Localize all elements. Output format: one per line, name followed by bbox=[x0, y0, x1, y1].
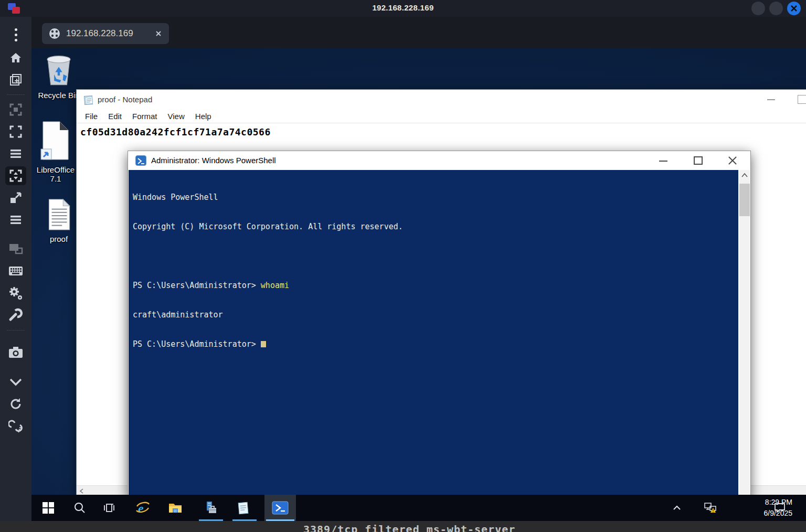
scroll-up-arrow-icon bbox=[741, 173, 748, 177]
console-command: whoami bbox=[261, 281, 289, 290]
scaled-mode-button[interactable] bbox=[5, 166, 26, 185]
console-command-line: PS C:\Users\Administrator> whoami bbox=[133, 280, 738, 291]
scroll-left-arrow-icon bbox=[79, 488, 84, 494]
home-button[interactable] bbox=[5, 48, 26, 67]
tools-button[interactable] bbox=[5, 306, 26, 325]
console-prompt: PS C:\Users\Administrator> bbox=[133, 281, 261, 290]
desktop-icon-label: proof bbox=[45, 235, 72, 243]
powershell-taskbar-icon bbox=[272, 501, 289, 515]
desktop-icon-recycle-bin[interactable]: Recycle Bin bbox=[40, 52, 78, 100]
console-prompt: PS C:\Users\Administrator> bbox=[133, 339, 261, 349]
screenshot-button[interactable] bbox=[5, 343, 26, 362]
connection-tab[interactable]: 192.168.228.169 bbox=[42, 23, 169, 44]
server-manager-icon bbox=[203, 501, 217, 515]
desktop-icon-libreoffice[interactable]: LibreOffice 7.1 bbox=[39, 120, 72, 183]
scrollbar-thumb[interactable] bbox=[739, 184, 750, 216]
connection-tabbar: 192.168.228.169 bbox=[31, 17, 806, 48]
notepad-icon bbox=[83, 94, 94, 105]
toolbar-divider bbox=[7, 94, 25, 95]
taskbar-powershell-button[interactable] bbox=[264, 495, 296, 521]
notepad-minimize-button[interactable] bbox=[767, 99, 775, 100]
fullscreen-expand-button[interactable] bbox=[5, 188, 26, 207]
menu-view[interactable]: View bbox=[163, 112, 190, 121]
folder-icon bbox=[168, 502, 183, 514]
collapse-toolbar-button[interactable] bbox=[5, 373, 26, 391]
menu-lines-button[interactable] bbox=[5, 144, 26, 163]
windows-taskbar: e bbox=[31, 495, 806, 521]
windows-logo-icon bbox=[43, 502, 54, 514]
desktop-icon-proof[interactable]: proof bbox=[45, 198, 72, 243]
powershell-vertical-scrollbar[interactable] bbox=[739, 170, 750, 498]
action-center-button[interactable] bbox=[768, 495, 791, 521]
powershell-maximize-button[interactable] bbox=[694, 156, 703, 165]
powershell-console[interactable]: Windows PowerShell Copyright (C) Microso… bbox=[129, 170, 738, 498]
file-explorer-button[interactable] bbox=[164, 495, 187, 521]
refresh-button[interactable] bbox=[5, 395, 26, 413]
libreoffice-icon bbox=[39, 120, 72, 162]
network-status-button[interactable] bbox=[699, 495, 722, 521]
keyboard-button[interactable] bbox=[5, 262, 26, 281]
app-titlebar[interactable]: 192.168.228.169 bbox=[0, 0, 806, 17]
tab-label: 192.168.228.169 bbox=[66, 28, 149, 39]
powershell-close-button[interactable] bbox=[728, 156, 737, 165]
host-close-button[interactable] bbox=[787, 2, 801, 15]
console-banner-line: Windows PowerShell bbox=[133, 192, 738, 203]
host-terminal-text: 3389/tcp filtered ms-wbt-server bbox=[303, 523, 515, 532]
task-view-icon bbox=[103, 502, 115, 514]
task-view-button[interactable] bbox=[98, 495, 121, 521]
powershell-minimize-button[interactable] bbox=[659, 161, 667, 162]
host-maximize-button[interactable] bbox=[769, 2, 783, 15]
console-cursor bbox=[261, 341, 266, 347]
server-manager-button[interactable] bbox=[198, 495, 221, 521]
console-output-line: craft\administrator bbox=[133, 310, 738, 320]
internet-explorer-button[interactable]: e bbox=[131, 495, 154, 521]
powershell-window-title: Administrator: Windows PowerShell bbox=[151, 156, 276, 165]
chevron-up-icon bbox=[673, 505, 681, 510]
notepad-maximize-button[interactable] bbox=[798, 95, 806, 104]
recycle-bin-icon bbox=[43, 52, 75, 87]
menu-file[interactable]: File bbox=[80, 112, 103, 121]
kebab-menu-icon[interactable] bbox=[6, 25, 25, 44]
text-document-icon bbox=[46, 198, 72, 231]
show-hidden-icons-button[interactable] bbox=[667, 495, 686, 521]
menu-lines-button-2[interactable] bbox=[5, 210, 26, 229]
multi-monitor-button[interactable] bbox=[5, 240, 26, 259]
notepad-titlebar[interactable]: proof - Notepad bbox=[77, 90, 806, 110]
start-button[interactable] bbox=[36, 495, 61, 521]
toolbar-divider bbox=[7, 330, 25, 331]
new-connection-button[interactable] bbox=[5, 70, 26, 89]
disconnect-button[interactable] bbox=[5, 417, 26, 435]
menu-help[interactable]: Help bbox=[190, 112, 217, 121]
notepad-text-content[interactable]: cf05d31d80a242fcf1cf71a7a74c0566 bbox=[77, 123, 806, 137]
close-icon bbox=[790, 5, 798, 12]
fit-window-button[interactable] bbox=[5, 122, 26, 141]
console-copyright-line: Copyright (C) Microsoft Corporation. All… bbox=[133, 221, 738, 232]
preferences-button[interactable] bbox=[5, 284, 26, 303]
notepad-window-title: proof - Notepad bbox=[98, 95, 152, 104]
host-window-title: 192.168.228.169 bbox=[0, 3, 806, 12]
console-current-prompt: PS C:\Users\Administrator> bbox=[133, 339, 738, 349]
dynamic-resolution-button[interactable] bbox=[5, 100, 26, 119]
search-icon bbox=[73, 502, 86, 514]
network-warning-icon bbox=[704, 502, 717, 514]
powershell-window: Administrator: Windows PowerShell Window… bbox=[128, 151, 751, 498]
svg-text:e: e bbox=[138, 502, 144, 515]
taskbar-search-button[interactable] bbox=[68, 495, 91, 521]
internet-explorer-icon: e bbox=[135, 500, 151, 516]
action-center-icon bbox=[774, 503, 786, 513]
host-background-strip: 3389/tcp filtered ms-wbt-server bbox=[0, 521, 806, 532]
powershell-titlebar[interactable]: Administrator: Windows PowerShell bbox=[128, 151, 750, 170]
connection-chip-icon bbox=[48, 27, 61, 40]
menu-format[interactable]: Format bbox=[127, 112, 163, 121]
host-minimize-button[interactable] bbox=[751, 2, 765, 15]
notepad-taskbar-icon bbox=[237, 501, 250, 515]
remmina-toolbar bbox=[0, 17, 31, 521]
notepad-menubar: File Edit Format View Help bbox=[77, 110, 806, 123]
taskbar-notepad-button[interactable] bbox=[232, 495, 255, 521]
powershell-icon bbox=[135, 155, 146, 166]
menu-edit[interactable]: Edit bbox=[103, 112, 127, 121]
tab-close-icon[interactable] bbox=[154, 29, 163, 38]
console-blank-line bbox=[133, 251, 738, 261]
